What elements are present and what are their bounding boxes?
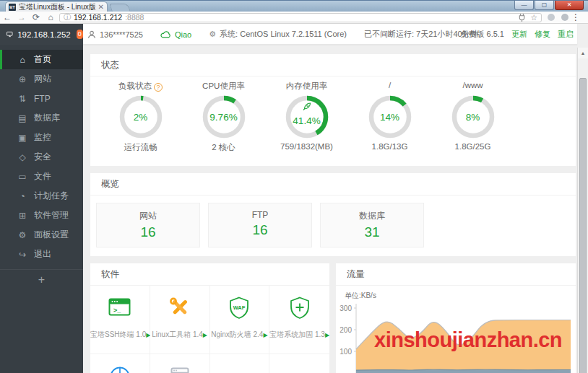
restart-link[interactable]: 重启 [558, 29, 574, 40]
launch-arrow-icon: ▶ [203, 332, 207, 338]
shield-plus-icon [288, 297, 311, 319]
svg-text:>_: >_ [113, 307, 121, 314]
www-disk-gauge: /www 8% 1.8G/25G [431, 81, 514, 153]
sidebar-item-software[interactable]: ⊞软件管理 [0, 206, 83, 225]
software-item-empty [210, 354, 270, 373]
traffic-panel-title: 流量 [336, 263, 576, 286]
app-grid-icon: ⊞ [17, 211, 27, 221]
server-monitor-icon [7, 30, 13, 39]
svg-text:300: 300 [340, 304, 352, 312]
website-icon: ⊕ [17, 74, 27, 84]
scroll-up-icon[interactable]: ▲ [578, 48, 588, 58]
panel-version: 免费版 6.5.1 [460, 29, 504, 40]
tab-close-icon[interactable]: ✕ [98, 4, 104, 11]
sidebar-item-security[interactable]: ◇安全 [0, 147, 83, 167]
update-link[interactable]: 更新 [511, 29, 527, 40]
home-icon[interactable]: ⌂ [43, 12, 58, 22]
server-selector[interactable]: 192.168.1.252 0 [0, 24, 83, 45]
status-panel: 状态 负载状态? 2% 运行流畅 CPU使用率 9 [90, 54, 576, 166]
extension-icon[interactable] [548, 14, 555, 21]
software-panel: 软件 >_ 宝塔SSH终端 1.0▶ Linux工具箱 1.4▶ WAF Ngi… [90, 263, 329, 373]
traffic-panel: 流量 单位:KB/s 300200100 [336, 263, 576, 373]
software-item-system-hardening[interactable]: 宝塔系统加固 1.3▶ [269, 286, 329, 354]
ftp-count-card[interactable]: FTP 16 [208, 203, 312, 247]
bookmark-star-icon[interactable]: ☆ [530, 13, 537, 22]
tab-title: 宝塔Linux面板 - Linux版 [19, 2, 95, 12]
sidebar-item-monitor[interactable]: ▣监控 [0, 128, 83, 147]
plugin-icon[interactable] [518, 13, 526, 22]
main-content: 状态 负载状态? 2% 运行流畅 CPU使用率 9 [83, 45, 577, 373]
launch-arrow-icon: ▶ [325, 332, 329, 338]
tools-icon [168, 297, 191, 318]
svg-text:100: 100 [340, 348, 352, 356]
window-close-button[interactable]: ✕ [555, 1, 584, 10]
scrollbar-thumb[interactable] [579, 78, 587, 373]
monitor-icon: ▣ [17, 133, 27, 143]
vertical-scrollbar[interactable]: ▲ [577, 48, 588, 373]
url-port: :8888 [125, 13, 144, 22]
server-ip: 192.168.1.252 [17, 30, 71, 39]
sidebar-add-button[interactable]: + [0, 270, 83, 289]
browser-window-icon [168, 365, 191, 373]
root-disk-gauge: / 14% 1.8G/13G [348, 81, 431, 153]
account-qiao[interactable]: Qiao [160, 30, 191, 39]
window-minimize-button[interactable]: — [514, 1, 534, 10]
panel-page: 192.168.1.252 0 136****7525 Qiao ⚙ 系统: C… [0, 24, 588, 373]
sidebar-item-home[interactable]: ⌂首页 [0, 50, 83, 69]
sidebar-item-database[interactable]: ▤数据库 [0, 108, 83, 128]
sidebar: ⌂首页 ⊕网站 ⇅FTP ▤数据库 ▣监控 ◇安全 ▭文件 ◔计划任务 ⊞软件管… [0, 45, 83, 373]
waf-shield-icon: WAF [228, 297, 251, 319]
software-item-5[interactable] [90, 354, 150, 373]
window-maximize-button[interactable]: ▢ [535, 1, 554, 10]
extension-icon[interactable] [561, 14, 568, 21]
software-item-empty [269, 354, 329, 373]
url-host: 192.168.1.212 [74, 13, 122, 22]
overview-panel: 概览 网站 16 FTP 16 数据库 31 [90, 173, 576, 256]
settings-gear-icon: ⚙ [17, 230, 27, 240]
software-item-linux-toolbox[interactable]: Linux工具箱 1.4▶ [150, 286, 210, 354]
software-item-6[interactable] [150, 354, 210, 373]
sidebar-item-settings[interactable]: ⚙面板设置 [0, 225, 83, 245]
panel-topbar: 192.168.1.252 0 136****7525 Qiao ⚙ 系统: C… [0, 24, 577, 45]
page-info-icon[interactable]: ⓘ [64, 12, 71, 22]
window-titlebar: BT 宝塔Linux面板 - Linux版 ✕ — ▢ ✕ [0, 0, 588, 12]
help-icon[interactable]: ? [154, 83, 163, 92]
forward-icon[interactable]: → [14, 12, 29, 22]
reload-icon[interactable]: ⟳ [29, 12, 43, 22]
svg-text:200: 200 [340, 326, 352, 334]
sidebar-item-files[interactable]: ▭文件 [0, 167, 83, 186]
browser-window: BT 宝塔Linux面板 - Linux版 ✕ — ▢ ✕ ← → ⟳ ⌂ ⓘ … [0, 0, 588, 373]
database-count-card[interactable]: 数据库 31 [320, 203, 424, 247]
compass-icon [108, 365, 131, 373]
software-item-nginx-waf[interactable]: WAF Nginx防火墙 2.4▶ [210, 286, 270, 354]
database-icon: ▤ [17, 113, 27, 123]
message-count-badge: 0 [77, 30, 83, 39]
browser-tab[interactable]: BT 宝塔Linux面板 - Linux版 ✕ [5, 1, 108, 12]
software-item-ssh-terminal[interactable]: >_ 宝塔SSH终端 1.0▶ [90, 286, 150, 354]
folder-icon: ▭ [17, 172, 27, 182]
security-shield-icon: ◇ [17, 152, 27, 162]
back-icon[interactable]: ← [0, 12, 14, 22]
overview-panel-title: 概览 [90, 173, 576, 196]
baota-favicon: BT [9, 4, 16, 11]
gear-icon: ⚙ [209, 30, 216, 39]
rocket-icon[interactable] [302, 102, 311, 111]
terminal-icon: >_ [108, 297, 131, 318]
sidebar-item-ftp[interactable]: ⇅FTP [0, 89, 83, 108]
memory-gauge: 内存使用率 41.4% 759/1832(MB) [265, 81, 348, 153]
new-tab-button[interactable] [109, 4, 131, 12]
launch-arrow-icon: ▶ [263, 332, 267, 338]
account-phone[interactable]: 136****7525 [87, 30, 143, 39]
address-bar[interactable]: ⓘ 192.168.1.212 :8888 ☆ [59, 13, 542, 22]
svg-text:WAF: WAF [233, 304, 246, 311]
sidebar-item-logout[interactable]: ↪退出 [0, 245, 83, 264]
sidebar-item-cron[interactable]: ◔计划任务 [0, 186, 83, 206]
repair-link[interactable]: 修复 [535, 29, 550, 40]
sidebar-item-website[interactable]: ⊕网站 [0, 69, 83, 89]
qiao-cloud-icon [160, 30, 171, 38]
browser-toolbar: ← → ⟳ ⌂ ⓘ 192.168.1.212 :8888 ☆ ⋮ [0, 12, 588, 24]
software-panel-title: 软件 [90, 263, 329, 286]
browser-menu-icon[interactable]: ⋮ [571, 12, 580, 22]
user-icon [87, 30, 96, 39]
website-count-card[interactable]: 网站 16 [96, 203, 200, 247]
